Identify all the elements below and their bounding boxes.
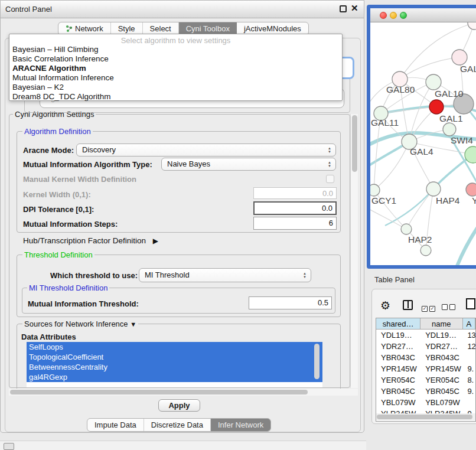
mi-threshold-legend: MI Threshold Definition <box>27 283 109 292</box>
algorithm-dropdown-placeholder: Select algorithm to view settings <box>9 34 342 45</box>
tab-impute-data[interactable]: Impute Data <box>87 419 144 431</box>
table-cell: YBR043C <box>420 352 462 363</box>
data-attribute-item[interactable]: TopologicalCoefficient <box>27 352 322 362</box>
column-header[interactable]: A <box>463 318 476 330</box>
network-node[interactable] <box>429 100 444 114</box>
network-node[interactable] <box>426 74 441 90</box>
algorithm-definition-legend: Algorithm Definition <box>22 127 93 136</box>
hub-definition-toggle[interactable]: Hub/Transcription Factor Definition ▶ <box>23 236 158 245</box>
table-cell: YBR045C <box>420 386 462 397</box>
table-cell: YBR043C <box>376 352 420 363</box>
columns-icon[interactable] <box>403 300 413 310</box>
table-cell: YBL079W <box>376 397 420 408</box>
table-horizontal-scrollbar[interactable] <box>376 413 475 420</box>
algorithm-option[interactable]: Bayesian – Hill Climbing <box>9 45 342 54</box>
table-row[interactable]: YER054CYER054C8. <box>376 374 475 386</box>
algorithm-option[interactable]: Bayesian – K2 <box>9 83 342 92</box>
gear-icon[interactable]: ⚙ <box>380 299 390 312</box>
network-node[interactable] <box>370 184 380 196</box>
table-row[interactable]: YDL19…YDL19…13 <box>376 330 475 341</box>
checked-box-icon: ✓ <box>429 306 435 312</box>
network-edge <box>455 226 476 265</box>
network-node[interactable] <box>426 182 441 196</box>
data-attribute-item[interactable]: SelfLoops <box>27 342 322 352</box>
data-attributes-list[interactable]: SelfLoopsTopologicalCoefficientBetweenne… <box>27 342 322 387</box>
tab-discretize-data[interactable]: Discretize Data <box>144 419 211 431</box>
column-header[interactable]: name <box>420 318 462 330</box>
mi-algorithm-type-value: Naive Bayes <box>167 159 210 168</box>
float-window-icon[interactable] <box>340 5 347 12</box>
settings-horizontal-scrollbar[interactable] <box>9 389 358 396</box>
table-cell: YPR145W <box>376 363 420 374</box>
table-row[interactable]: YDR27…YDR27…12 <box>376 341 475 352</box>
network-view-window: GALGAL80GAL10GAL1GAL11SWI4GAL4GCY1HAP4YH… <box>367 5 476 269</box>
select-all-columns-icon[interactable]: ✓✓ <box>422 302 437 312</box>
collapsed-arrow-icon: ▶ <box>153 237 158 245</box>
mi-threshold-field[interactable]: 0.5 <box>249 296 332 309</box>
dpi-tolerance-field[interactable]: 0.0 <box>253 201 337 215</box>
algorithm-option[interactable]: Dream8 DC_TDC Algorithm <box>9 92 342 102</box>
minimize-traffic-light[interactable] <box>390 12 397 19</box>
cyni-mode-tabbar: Impute Data Discretize Data Infer Networ… <box>87 418 271 432</box>
node-label: Y <box>472 195 476 206</box>
tab-jactivemnodules[interactable]: jActiveMNodules <box>237 22 308 35</box>
file-icon[interactable] <box>466 298 475 309</box>
table-panel-title: Table Panel <box>374 275 415 284</box>
node-label: GAL11 <box>371 118 399 128</box>
algorithm-option[interactable]: Mutual Information Inference <box>9 73 342 83</box>
tab-infer-network[interactable]: Infer Network <box>211 419 270 431</box>
close-icon[interactable]: ✕ <box>351 3 358 14</box>
network-node[interactable] <box>466 183 476 196</box>
attr-list-scrollbar[interactable] <box>314 344 320 385</box>
mi-steps-field[interactable]: 6 <box>253 217 337 230</box>
minimized-panel-icon[interactable] <box>4 443 14 450</box>
tab-label: Discretize Data <box>151 420 203 429</box>
stepper-icon: ▲▼ <box>328 161 331 168</box>
table-row[interactable]: YBR045CYBR045C9. <box>376 386 475 397</box>
tab-label: Impute Data <box>94 420 136 429</box>
tab-cyni-toolbox[interactable]: Cyni Toolbox <box>179 22 237 35</box>
algorithm-option[interactable]: Basic Correlation Inference <box>9 54 342 64</box>
manual-kernel-width-label: Manual Kernel Width Definition <box>23 175 136 184</box>
which-threshold-combo[interactable]: MI Threshold ▲▼ <box>139 268 311 282</box>
network-node[interactable] <box>401 224 412 234</box>
tab-label: Infer Network <box>218 420 263 429</box>
checked-box-icon: ✓ <box>422 306 428 312</box>
tab-style[interactable]: Style <box>111 22 143 35</box>
settings-vertical-scrollbar[interactable] <box>350 114 358 388</box>
mi-algorithm-type-combo[interactable]: Naive Bayes ▲▼ <box>161 158 336 171</box>
node-label: GAL4 <box>410 146 433 156</box>
aracne-mode-combo[interactable]: Discovery ▲▼ <box>76 144 336 156</box>
tab-network[interactable]: Network <box>58 22 111 35</box>
network-node[interactable] <box>420 245 431 256</box>
data-attribute-item[interactable]: BetweennessCentrality <box>27 362 322 372</box>
tab-label: Select <box>150 24 171 33</box>
aracne-mode-label: Aracne Mode: <box>23 146 74 155</box>
apply-button[interactable]: Apply <box>158 399 200 412</box>
sources-legend[interactable]: Sources for Network Inference ▼ <box>22 319 138 328</box>
table-cell: YDR27… <box>376 341 420 352</box>
control-panel-titlebar[interactable]: Control Panel ✕ <box>1 1 364 18</box>
tab-select[interactable]: Select <box>143 22 179 35</box>
network-window-titlebar[interactable] <box>370 8 476 22</box>
deselect-all-columns-icon[interactable] <box>442 302 457 312</box>
network-node[interactable] <box>443 123 456 136</box>
data-attribute-item[interactable]: gal4RGexp <box>27 372 322 382</box>
control-panel-title: Control Panel <box>5 5 52 14</box>
network-icon <box>66 25 73 32</box>
algorithm-option[interactable]: ARACNE Algorithm <box>9 64 342 73</box>
network-node[interactable] <box>452 50 467 65</box>
table-row[interactable]: YBR043CYBR043C <box>376 352 475 363</box>
node-attribute-table[interactable]: shared…nameAYDL19…YDL19…13YDR27…YDR27…12… <box>376 318 476 422</box>
algorithm-dropdown-list[interactable]: Select algorithm to view settings Bayesi… <box>9 34 343 101</box>
network-edge <box>370 208 406 229</box>
network-node[interactable] <box>468 22 476 30</box>
table-row[interactable]: YPR145WYPR145W9. <box>376 363 475 374</box>
table-row[interactable]: YBL079WYBL079W <box>376 397 475 408</box>
table-cell: YBL079W <box>420 397 462 408</box>
manual-kernel-width-checkbox[interactable] <box>326 175 334 183</box>
network-canvas[interactable]: GALGAL80GAL10GAL1GAL11SWI4GAL4GCY1HAP4YH… <box>370 22 476 265</box>
zoom-traffic-light[interactable] <box>400 12 407 19</box>
close-traffic-light[interactable] <box>380 12 387 19</box>
column-header[interactable]: shared… <box>376 318 420 330</box>
